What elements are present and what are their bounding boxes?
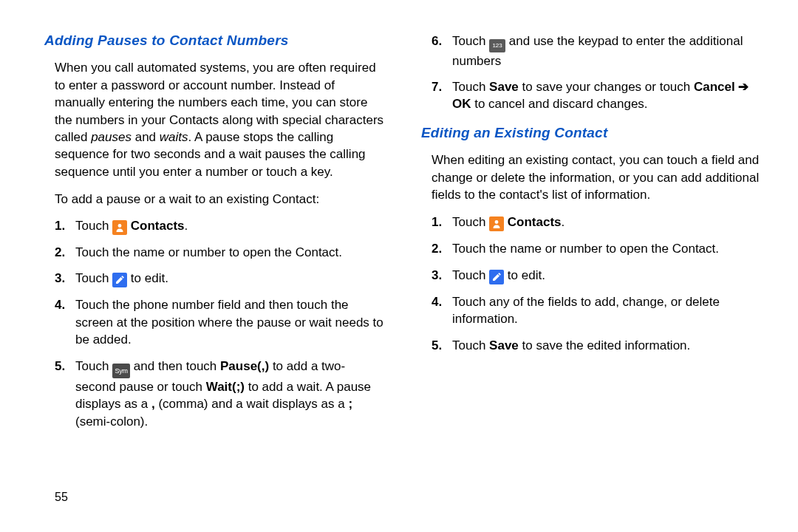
- heading-adding-pauses: Adding Pauses to Contact Numbers: [44, 31, 384, 50]
- step-number: 2.: [55, 244, 65, 261]
- step-number: 3.: [432, 267, 442, 284]
- keypad-icon: 123: [489, 39, 505, 52]
- step7-b: to save your changes or touch: [519, 80, 694, 94]
- step-3: 3. Touch to edit.: [55, 270, 384, 287]
- manual-page: Adding Pauses to Contact Numbers When yo…: [0, 0, 798, 439]
- step3-pre: Touch: [75, 271, 112, 285]
- step5-e: (comma) and a wait displays as a: [155, 397, 349, 411]
- step5-f: (semi-colon).: [75, 415, 148, 429]
- step5-b: and then touch: [130, 359, 220, 373]
- e2-text: Touch the name or number to open the Con…: [452, 242, 719, 256]
- contacts-label: Contacts: [508, 215, 562, 229]
- steps-edit: 1. Touch Contacts. 2. Touch the name or …: [421, 214, 761, 354]
- contacts-label: Contacts: [131, 219, 185, 233]
- step-5: 5. Touch Sym and then touch Pause(,) to …: [55, 358, 384, 431]
- wait-label: Wait(;): [206, 380, 245, 394]
- step3-post: to edit.: [127, 271, 168, 285]
- edit-step-4: 4. Touch any of the fields to add, chang…: [432, 293, 761, 328]
- page-number: 55: [55, 489, 68, 505]
- step-2: 2. Touch the name or number to open the …: [55, 244, 384, 261]
- step-4: 4. Touch the phone number field and then…: [55, 296, 384, 348]
- right-column: 6. Touch 123 and use the keypad to enter…: [421, 31, 761, 439]
- svg-point-1: [495, 221, 499, 225]
- step1-dot: .: [185, 219, 188, 233]
- step-7: 7. Touch Save to save your changes or to…: [432, 78, 761, 113]
- contacts-icon: [489, 216, 504, 231]
- step5-a: Touch: [75, 359, 112, 373]
- e5-a: Touch: [452, 338, 489, 352]
- step-1: 1. Touch Contacts.: [55, 217, 384, 235]
- step-number: 1.: [432, 214, 442, 231]
- step-number: 2.: [432, 240, 442, 257]
- step-number: 6.: [432, 33, 442, 50]
- e1-pre: Touch: [452, 215, 489, 229]
- intro-text-b: and: [132, 130, 160, 144]
- svg-point-0: [118, 224, 122, 228]
- step-number: 4.: [432, 293, 442, 310]
- pause-label: Pause(,): [220, 359, 269, 373]
- step-number: 3.: [55, 270, 65, 287]
- term-waits: waits: [160, 130, 188, 144]
- ok-label: OK: [452, 97, 471, 111]
- step7-c: to cancel and discard changes.: [471, 97, 648, 111]
- e1-dot: .: [562, 215, 565, 229]
- sym-icon: Sym: [112, 364, 130, 378]
- steps-right-cont: 6. Touch 123 and use the keypad to enter…: [421, 33, 761, 113]
- e3-post: to edit.: [504, 268, 545, 282]
- step-6: 6. Touch 123 and use the keypad to enter…: [432, 33, 761, 69]
- step6-a: Touch: [452, 34, 489, 48]
- arrow-icon: ➔: [735, 80, 749, 94]
- e5-b: to save the edited information.: [519, 338, 690, 352]
- edit-step-3: 3. Touch to edit.: [432, 267, 761, 284]
- edit-icon: [489, 270, 504, 284]
- step-number: 5.: [55, 358, 65, 375]
- edit-icon: [112, 273, 127, 287]
- edit-step-5: 5. Touch Save to save the edited informa…: [432, 337, 761, 354]
- lead-text: To add a pause or a wait to an existing …: [44, 191, 384, 208]
- steps-left: 1. Touch Contacts. 2. Touch the name or …: [44, 217, 384, 430]
- left-column: Adding Pauses to Contact Numbers When yo…: [44, 31, 384, 439]
- contacts-icon: [112, 220, 127, 235]
- step-number: 4.: [55, 296, 65, 313]
- step1-pre: Touch: [75, 219, 112, 233]
- save-label: Save: [489, 80, 519, 94]
- step-number: 5.: [432, 337, 442, 354]
- save-label-2: Save: [489, 338, 519, 352]
- edit-step-1: 1. Touch Contacts.: [432, 214, 761, 231]
- step2-text: Touch the name or number to open the Con…: [75, 245, 342, 259]
- e3-pre: Touch: [452, 268, 489, 282]
- intro-paragraph: When you call automated systems, you are…: [44, 59, 384, 180]
- e4-text: Touch any of the fields to add, change, …: [452, 295, 720, 326]
- step7-a: Touch: [452, 80, 489, 94]
- heading-editing-contact: Editing an Existing Contact: [421, 123, 761, 143]
- step-number: 1.: [55, 217, 65, 234]
- cancel-label: Cancel: [694, 80, 735, 94]
- edit-step-2: 2. Touch the name or number to open the …: [432, 240, 761, 257]
- term-pauses: pauses: [91, 130, 132, 144]
- step4-text: Touch the phone number field and then to…: [75, 298, 383, 347]
- step-number: 7.: [432, 78, 442, 95]
- edit-intro: When editing an existing contact, you ca…: [421, 151, 761, 203]
- semi-bold: ;: [348, 397, 352, 411]
